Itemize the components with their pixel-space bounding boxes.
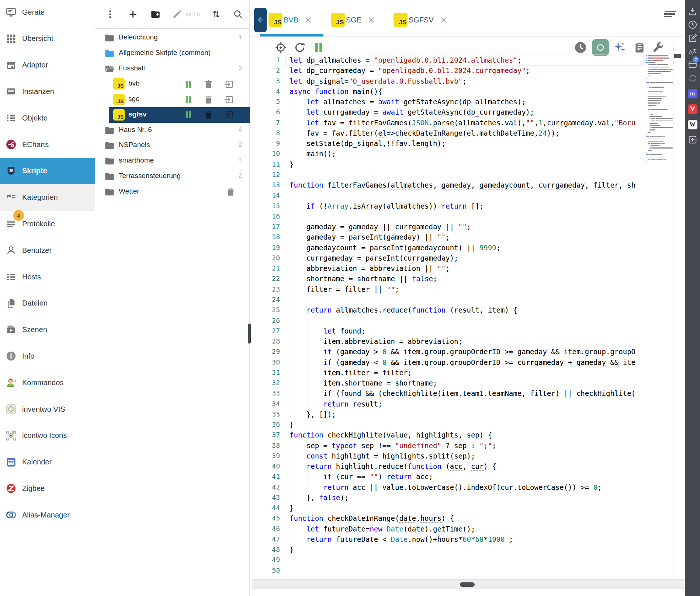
sync-icon[interactable] <box>687 73 697 83</box>
back-button[interactable] <box>254 8 267 32</box>
export-script-icon[interactable] <box>223 109 235 121</box>
sidebar-item-skripte[interactable]: JSSkripte <box>0 158 95 184</box>
kebab-menu-icon[interactable] <box>103 7 117 21</box>
sidebar-item-szenen[interactable]: Szenen <box>0 317 95 343</box>
sidebar-item-dateien[interactable]: Dateien <box>0 290 95 317</box>
tab-sge[interactable]: JSSGE <box>331 12 375 28</box>
script-sgfsv[interactable]: JSsgfsv <box>95 107 250 123</box>
sidebar-item-ger-te[interactable]: Geräte <box>0 0 95 25</box>
panel-splitter-handle[interactable] <box>248 324 251 344</box>
folder-wetter[interactable]: Wetter <box>95 184 250 200</box>
close-tab-icon[interactable] <box>440 16 448 24</box>
sidebar-item-info[interactable]: Info <box>0 343 95 369</box>
rename-icon[interactable] <box>170 7 184 21</box>
minimap-line <box>649 116 662 117</box>
notes-icon[interactable] <box>687 33 697 43</box>
download-icon[interactable] <box>687 6 697 16</box>
wrench-icon[interactable] <box>650 40 666 55</box>
folder-terrassensteuerung[interactable]: Terrassensteuerung2 <box>95 169 250 184</box>
sidebar-item-kalender[interactable]: Kalender <box>0 449 95 475</box>
minimap-line <box>650 139 652 140</box>
sparkles-icon[interactable] <box>612 40 627 55</box>
sidebar-item-protokolle[interactable]: Protokolle4 <box>0 210 95 237</box>
script-bvb[interactable]: JSbvb <box>95 76 250 92</box>
sidebar-item-icontwo-icons[interactable]: icontwo Icons <box>0 422 95 449</box>
sidebar-item-benutzer[interactable]: Benutzer <box>0 237 95 264</box>
add-panel-icon[interactable] <box>687 135 697 144</box>
sidebar-item-objekte[interactable]: Objekte <box>0 105 95 131</box>
minimap-line <box>661 154 662 155</box>
folder-nspanels[interactable]: NSPanels2 <box>95 138 250 153</box>
tab-sgfsv[interactable]: JSSGFSV <box>394 12 448 28</box>
vertical-scrollbar[interactable] <box>673 37 681 579</box>
horizontal-scrollbar[interactable] <box>252 579 685 589</box>
sidebar-item-adapter[interactable]: Adapter <box>0 52 95 79</box>
pause-script-icon[interactable] <box>183 79 194 90</box>
minimap-line <box>670 69 673 70</box>
sidebar-item-zigbee[interactable]: Zigbee <box>0 475 95 502</box>
delete-script-icon[interactable] <box>203 79 214 90</box>
minimap-line <box>659 102 660 104</box>
locate-icon[interactable] <box>273 40 288 55</box>
folder-haus-nr-6[interactable]: Haus Nr. 64 <box>95 123 250 138</box>
tab-bvb[interactable]: JSBVB <box>268 12 312 28</box>
pause-script-icon[interactable] <box>183 109 194 121</box>
sidebar-item-hosts[interactable]: Hosts <box>0 264 95 290</box>
folder-beleuchtung[interactable]: Beleuchtung1 <box>95 30 250 46</box>
delete-script-icon[interactable] <box>203 94 214 105</box>
minimap-line <box>652 60 662 61</box>
clock-icon[interactable] <box>573 40 588 55</box>
code-line: let dp_currgameday = "openligadb.0.bl1.2… <box>290 65 530 76</box>
sidebar-item-kategorien[interactable]: Kategorien <box>0 184 95 211</box>
sidebar-item-kommandos[interactable]: Kommandos <box>0 369 95 396</box>
folder-fussball[interactable]: Fussball3 <box>95 61 250 77</box>
sidebar-item-instanzen[interactable]: Instanzen <box>0 78 95 105</box>
minimap-line <box>649 125 660 126</box>
code-line: main(); <box>290 149 336 159</box>
chatgpt-icon[interactable] <box>592 39 609 56</box>
minimap-line <box>661 139 664 140</box>
close-tab-icon[interactable] <box>304 16 312 24</box>
sidebar-item-inventwo-vis[interactable]: inventwo VIS <box>0 396 95 422</box>
clipboard-icon[interactable] <box>632 40 647 55</box>
script-sge[interactable]: JSsge <box>95 92 250 107</box>
add-script-icon[interactable] <box>126 7 139 21</box>
minimap[interactable] <box>645 55 673 177</box>
header-divider <box>250 36 685 37</box>
history-icon[interactable] <box>687 20 697 29</box>
sidebar-item-bersicht[interactable]: Übersicht <box>0 25 95 52</box>
minimap-line <box>664 136 665 137</box>
pause-icon[interactable] <box>311 40 326 55</box>
minimap-line <box>654 157 655 158</box>
translate-icon[interactable]: A <box>687 47 697 57</box>
delete-script-icon[interactable] <box>203 109 214 121</box>
minimap-line <box>648 96 664 97</box>
wikipedia-icon[interactable]: W <box>687 119 697 129</box>
mastodon-icon[interactable]: m <box>687 88 697 98</box>
pause-script-icon[interactable] <box>183 94 194 105</box>
close-tab-icon[interactable] <box>367 16 375 24</box>
sidebar-item-alias-manager[interactable]: Alias-Manager <box>0 502 95 528</box>
code-line: item.abbreviation = abbreviation; <box>290 336 462 346</box>
search-icon[interactable] <box>231 7 245 21</box>
code-area[interactable]: let dp_allmatches = "openligadb.0.bl1.20… <box>290 55 646 579</box>
export-script-icon[interactable] <box>223 94 235 105</box>
vivaldi-icon[interactable] <box>687 104 697 114</box>
refresh-icon[interactable] <box>292 40 308 55</box>
sort-icon[interactable] <box>209 7 223 21</box>
minimap-line <box>659 69 668 70</box>
delete-folder-icon[interactable] <box>225 187 236 198</box>
editor-menu-icon[interactable] <box>664 10 677 18</box>
categories-icon <box>5 192 17 203</box>
folder-smarthome[interactable]: smarthome4 <box>95 153 250 169</box>
sidebar-item-label: Kommandos <box>22 379 63 387</box>
add-folder-icon[interactable] <box>149 7 162 21</box>
folder-allgemeine-skripte-common[interactable]: Allgemeine Skripte (common) <box>95 46 250 61</box>
sidebar-item-echarts[interactable]: ECharts <box>0 131 95 158</box>
vertical-scrollbar-thumb[interactable] <box>674 54 681 58</box>
horizontal-scrollbar-thumb[interactable] <box>460 582 475 587</box>
minimap-line <box>650 136 655 137</box>
minimap-line <box>649 147 652 149</box>
minimap-line <box>646 134 647 135</box>
export-script-icon[interactable] <box>223 79 235 90</box>
